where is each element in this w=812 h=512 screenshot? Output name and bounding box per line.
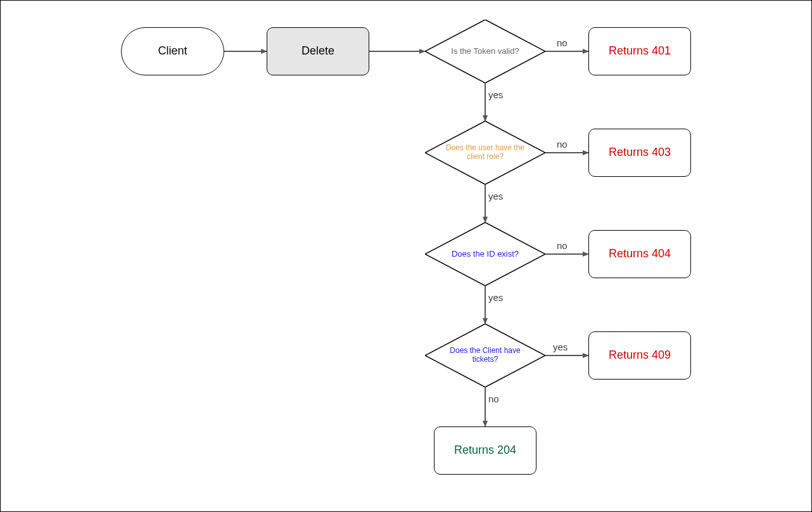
edge-label-tickets-yes: yes bbox=[553, 342, 568, 352]
result-403-label: Returns 403 bbox=[609, 146, 671, 160]
edge-label-role-no: no bbox=[557, 139, 568, 150]
decision-user-role: Does the user have the client role? bbox=[425, 121, 545, 184]
decision-token-valid-label: Is the Token valid? bbox=[440, 47, 531, 56]
process-delete-label: Delete bbox=[301, 44, 334, 58]
result-404-label: Returns 404 bbox=[609, 247, 671, 261]
edge-label-id-no: no bbox=[557, 240, 568, 251]
terminator-client-label: Client bbox=[158, 44, 187, 58]
result-404: Returns 404 bbox=[588, 230, 691, 278]
result-409-label: Returns 409 bbox=[609, 349, 671, 362]
result-204-label: Returns 204 bbox=[454, 444, 516, 458]
decision-id-exist-label: Does the ID exist? bbox=[440, 250, 531, 259]
decision-user-role-label: Does the user have the client role? bbox=[440, 144, 531, 162]
edge-label-token-yes: yes bbox=[488, 89, 503, 100]
process-delete: Delete bbox=[267, 27, 369, 75]
decision-client-tickets-label: Does the Client have tickets? bbox=[440, 347, 531, 364]
result-409: Returns 409 bbox=[588, 331, 691, 380]
terminator-client: Client bbox=[121, 27, 224, 75]
edge-label-role-yes: yes bbox=[488, 191, 503, 202]
decision-token-valid: Is the Token valid? bbox=[425, 20, 545, 83]
decision-id-exist: Does the ID exist? bbox=[425, 222, 545, 286]
edge-label-tickets-no: no bbox=[488, 394, 499, 404]
edge-label-token-no: no bbox=[557, 37, 568, 48]
result-401: Returns 401 bbox=[588, 27, 691, 75]
flow-canvas: Client Delete Is the Token valid? Return… bbox=[0, 0, 812, 512]
result-401-label: Returns 401 bbox=[609, 44, 671, 58]
decision-client-tickets: Does the Client have tickets? bbox=[425, 324, 545, 387]
result-403: Returns 403 bbox=[588, 129, 691, 177]
edge-label-id-yes: yes bbox=[488, 292, 503, 303]
result-204: Returns 204 bbox=[434, 426, 536, 475]
